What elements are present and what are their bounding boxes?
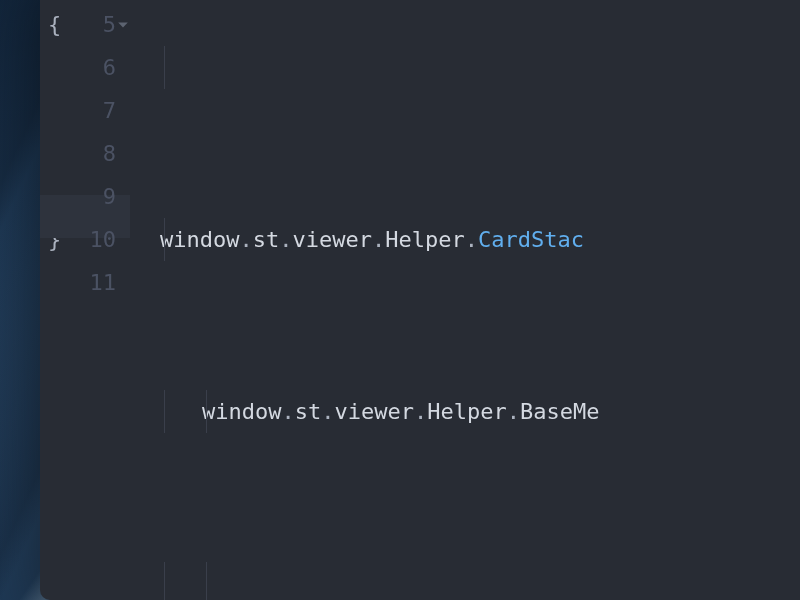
fold-toggle[interactable] bbox=[116, 3, 130, 46]
code-line: window.st.viewer.Helper.BaseMe bbox=[130, 390, 800, 433]
code-content[interactable]: window.st.viewer.Helper.CardStac window.… bbox=[130, 0, 800, 600]
line-number: 9 bbox=[70, 175, 116, 218]
code-line: window.st.viewer.Helper.CardStac bbox=[130, 218, 800, 261]
editor-window: { } 4 5 6 7 8 9 10 11 window.s bbox=[40, 0, 800, 600]
line-number: 10 bbox=[70, 218, 116, 261]
fold-brace-column: { } bbox=[40, 0, 70, 600]
line-number: 11 bbox=[70, 261, 116, 304]
line-number: 8 bbox=[70, 132, 116, 175]
gutter: 4 5 6 7 8 9 10 11 bbox=[70, 0, 130, 600]
code-area[interactable]: { } 4 5 6 7 8 9 10 11 window.s bbox=[40, 0, 800, 600]
fold-brace-open: { bbox=[48, 3, 70, 46]
line-number: 7 bbox=[70, 89, 116, 132]
chevron-down-icon bbox=[117, 19, 129, 31]
line-number: 5 bbox=[70, 3, 116, 46]
line-number: 6 bbox=[70, 46, 116, 89]
